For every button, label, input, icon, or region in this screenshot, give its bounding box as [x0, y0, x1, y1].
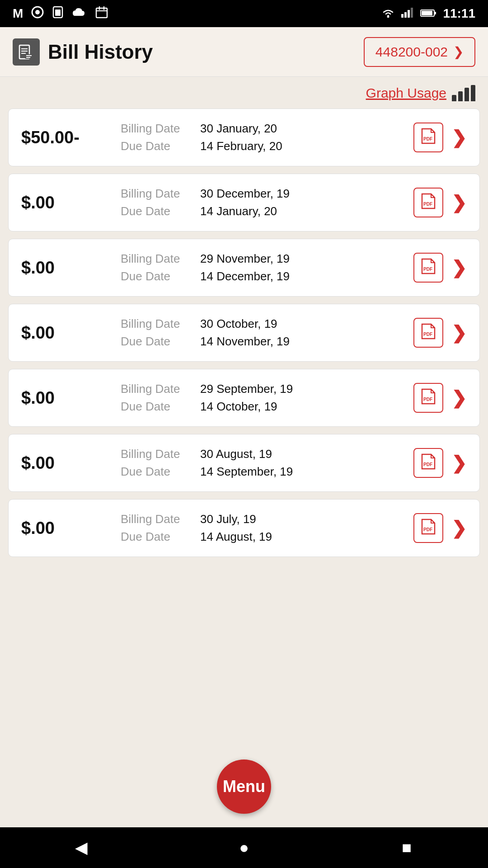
due-date-row: Due Date 14 August, 19 [121, 530, 413, 544]
pdf-icon-symbol: PDF [420, 193, 436, 212]
billing-date-row: Billing Date 29 November, 19 [121, 252, 413, 266]
bill-history-icon [13, 38, 40, 66]
svg-rect-15 [434, 12, 436, 14]
billing-date-value: 29 November, 19 [200, 252, 290, 266]
bill-item[interactable]: $.00 Billing Date 30 August, 19 Due Date… [8, 434, 480, 492]
billing-date-label: Billing Date [121, 317, 193, 331]
pdf-download-button[interactable]: PDF [413, 318, 443, 348]
pdf-download-button[interactable]: PDF [413, 123, 443, 152]
due-date-value: 14 February, 20 [200, 139, 282, 153]
bill-actions: PDF ❯ [413, 383, 467, 413]
bill-amount: $.00 [21, 323, 121, 343]
svg-text:PDF: PDF [423, 137, 432, 142]
due-date-row: Due Date 14 February, 20 [121, 139, 413, 153]
nav-home-button[interactable]: ● [226, 830, 262, 866]
bill-amount: $.00 [21, 258, 121, 278]
bill-amount: $.00 [21, 388, 121, 408]
wifi-icon [381, 6, 395, 21]
circle-icon [31, 6, 44, 22]
billing-date-label: Billing Date [121, 447, 193, 461]
due-date-label: Due Date [121, 335, 193, 349]
bill-item[interactable]: $.00 Billing Date 29 November, 19 Due Da… [8, 239, 480, 297]
pdf-icon-symbol: PDF [420, 388, 436, 408]
bill-amount: $.00 [21, 193, 121, 212]
billing-date-row: Billing Date 30 October, 19 [121, 317, 413, 331]
billing-date-label: Billing Date [121, 252, 193, 266]
due-date-value: 14 September, 19 [200, 465, 293, 479]
bill-item[interactable]: $50.00- Billing Date 30 January, 20 Due … [8, 108, 480, 166]
pdf-icon-symbol: PDF [420, 128, 436, 147]
svg-rect-12 [411, 8, 413, 18]
pdf-download-button[interactable]: PDF [413, 253, 443, 283]
calendar-icon [95, 6, 108, 22]
svg-rect-9 [401, 14, 404, 18]
svg-text:PDF: PDF [423, 202, 432, 207]
due-date-label: Due Date [121, 204, 193, 218]
due-date-label: Due Date [121, 530, 193, 544]
billing-date-value: 30 October, 19 [200, 317, 277, 331]
billing-date-row: Billing Date 30 December, 19 [121, 187, 413, 201]
bill-dates: Billing Date 30 January, 20 Due Date 14 … [121, 122, 413, 153]
billing-date-label: Billing Date [121, 382, 193, 396]
due-date-label: Due Date [121, 465, 193, 479]
svg-rect-10 [404, 12, 407, 18]
billing-date-value: 30 July, 19 [200, 512, 256, 526]
account-number-button[interactable]: 448200-002 ❯ [364, 37, 475, 67]
account-chevron-icon: ❯ [453, 44, 464, 59]
pdf-download-button[interactable]: PDF [413, 188, 443, 217]
bill-item[interactable]: $.00 Billing Date 30 October, 19 Due Dat… [8, 304, 480, 362]
due-date-row: Due Date 14 November, 19 [121, 335, 413, 349]
status-bar-right: 11:11 [381, 6, 475, 21]
bill-item-chevron: ❯ [451, 127, 467, 148]
due-date-row: Due Date 14 October, 19 [121, 400, 413, 414]
due-date-label: Due Date [121, 269, 193, 283]
bill-dates: Billing Date 29 September, 19 Due Date 1… [121, 382, 413, 414]
bill-list: $50.00- Billing Date 30 January, 20 Due … [0, 105, 488, 750]
signal-icon [401, 6, 414, 21]
billing-date-row: Billing Date 30 July, 19 [121, 512, 413, 526]
svg-rect-3 [55, 9, 61, 16]
svg-point-1 [35, 10, 40, 14]
sim-icon [52, 6, 64, 22]
bill-item-chevron: ❯ [451, 453, 467, 473]
due-date-value: 14 November, 19 [200, 335, 290, 349]
bill-item[interactable]: $.00 Billing Date 30 July, 19 Due Date 1… [8, 499, 480, 557]
cloud-icon [72, 7, 87, 21]
graph-usage-link[interactable]: Graph Usage [366, 85, 446, 101]
due-date-row: Due Date 14 September, 19 [121, 465, 413, 479]
bill-item[interactable]: $.00 Billing Date 30 December, 19 Due Da… [8, 174, 480, 231]
bill-item[interactable]: $.00 Billing Date 29 September, 19 Due D… [8, 369, 480, 427]
billing-date-value: 30 August, 19 [200, 447, 272, 461]
page-title: Bill History [48, 41, 153, 63]
graph-usage-row: Graph Usage [0, 77, 488, 105]
svg-text:PDF: PDF [423, 462, 432, 467]
bill-item-chevron: ❯ [451, 322, 467, 343]
bill-dates: Billing Date 29 November, 19 Due Date 14… [121, 252, 413, 283]
bill-dates: Billing Date 30 December, 19 Due Date 14… [121, 187, 413, 218]
bill-amount: $.00 [21, 519, 121, 538]
bill-item-chevron: ❯ [451, 518, 467, 538]
status-bar-left: M [13, 6, 108, 22]
bill-amount: $.00 [21, 453, 121, 473]
menu-button[interactable]: Menu [217, 760, 271, 814]
due-date-label: Due Date [121, 139, 193, 153]
pdf-download-button[interactable]: PDF [413, 383, 443, 413]
billing-date-row: Billing Date 30 January, 20 [121, 122, 413, 136]
pdf-icon-symbol: PDF [420, 323, 436, 343]
nav-back-button[interactable]: ◀ [63, 830, 99, 866]
pdf-download-button[interactable]: PDF [413, 513, 443, 543]
billing-date-row: Billing Date 30 August, 19 [121, 447, 413, 461]
bill-dates: Billing Date 30 October, 19 Due Date 14 … [121, 317, 413, 349]
pdf-download-button[interactable]: PDF [413, 448, 443, 478]
pdf-icon-symbol: PDF [420, 453, 436, 473]
svg-text:PDF: PDF [423, 397, 432, 402]
svg-rect-20 [25, 54, 33, 59]
nav-recent-button[interactable]: ■ [389, 830, 425, 866]
account-number-text: 448200-002 [375, 44, 448, 60]
due-date-row: Due Date 14 December, 19 [121, 269, 413, 283]
bill-dates: Billing Date 30 August, 19 Due Date 14 S… [121, 447, 413, 479]
due-date-label: Due Date [121, 400, 193, 414]
bill-amount: $50.00- [21, 128, 121, 147]
billing-date-row: Billing Date 29 September, 19 [121, 382, 413, 396]
billing-date-label: Billing Date [121, 122, 193, 136]
